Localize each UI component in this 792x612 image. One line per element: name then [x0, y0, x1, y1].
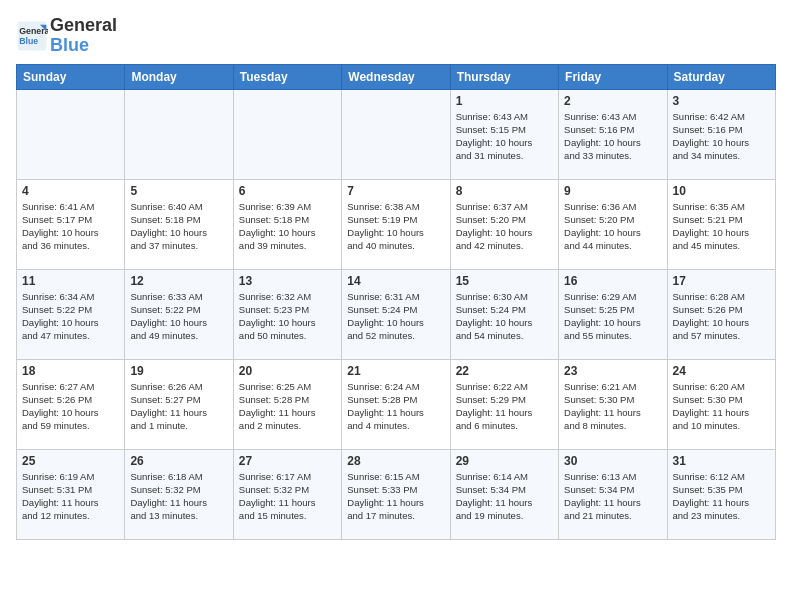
- calendar-cell: 21Sunrise: 6:24 AM Sunset: 5:28 PM Dayli…: [342, 359, 450, 449]
- day-number: 5: [130, 184, 227, 198]
- calendar-cell: [125, 89, 233, 179]
- cell-info: Sunrise: 6:26 AM Sunset: 5:27 PM Dayligh…: [130, 380, 227, 433]
- calendar-cell: 27Sunrise: 6:17 AM Sunset: 5:32 PM Dayli…: [233, 449, 341, 539]
- cell-info: Sunrise: 6:40 AM Sunset: 5:18 PM Dayligh…: [130, 200, 227, 253]
- calendar-cell: 13Sunrise: 6:32 AM Sunset: 5:23 PM Dayli…: [233, 269, 341, 359]
- week-row-1: 1Sunrise: 6:43 AM Sunset: 5:15 PM Daylig…: [17, 89, 776, 179]
- day-number: 16: [564, 274, 661, 288]
- day-number: 3: [673, 94, 770, 108]
- calendar-cell: 8Sunrise: 6:37 AM Sunset: 5:20 PM Daylig…: [450, 179, 558, 269]
- logo-icon: General Blue: [16, 20, 48, 52]
- week-row-2: 4Sunrise: 6:41 AM Sunset: 5:17 PM Daylig…: [17, 179, 776, 269]
- calendar-cell: 15Sunrise: 6:30 AM Sunset: 5:24 PM Dayli…: [450, 269, 558, 359]
- cell-info: Sunrise: 6:12 AM Sunset: 5:35 PM Dayligh…: [673, 470, 770, 523]
- cell-info: Sunrise: 6:28 AM Sunset: 5:26 PM Dayligh…: [673, 290, 770, 343]
- day-number: 18: [22, 364, 119, 378]
- cell-info: Sunrise: 6:33 AM Sunset: 5:22 PM Dayligh…: [130, 290, 227, 343]
- col-header-monday: Monday: [125, 64, 233, 89]
- day-number: 19: [130, 364, 227, 378]
- calendar-cell: 7Sunrise: 6:38 AM Sunset: 5:19 PM Daylig…: [342, 179, 450, 269]
- day-number: 20: [239, 364, 336, 378]
- calendar-cell: 4Sunrise: 6:41 AM Sunset: 5:17 PM Daylig…: [17, 179, 125, 269]
- calendar-cell: 30Sunrise: 6:13 AM Sunset: 5:34 PM Dayli…: [559, 449, 667, 539]
- day-number: 4: [22, 184, 119, 198]
- calendar-cell: 14Sunrise: 6:31 AM Sunset: 5:24 PM Dayli…: [342, 269, 450, 359]
- calendar-cell: 16Sunrise: 6:29 AM Sunset: 5:25 PM Dayli…: [559, 269, 667, 359]
- logo: General Blue General Blue: [16, 16, 117, 56]
- calendar-cell: [233, 89, 341, 179]
- day-number: 28: [347, 454, 444, 468]
- cell-info: Sunrise: 6:14 AM Sunset: 5:34 PM Dayligh…: [456, 470, 553, 523]
- calendar-cell: 3Sunrise: 6:42 AM Sunset: 5:16 PM Daylig…: [667, 89, 775, 179]
- cell-info: Sunrise: 6:15 AM Sunset: 5:33 PM Dayligh…: [347, 470, 444, 523]
- col-header-sunday: Sunday: [17, 64, 125, 89]
- calendar-cell: 20Sunrise: 6:25 AM Sunset: 5:28 PM Dayli…: [233, 359, 341, 449]
- cell-info: Sunrise: 6:35 AM Sunset: 5:21 PM Dayligh…: [673, 200, 770, 253]
- day-number: 8: [456, 184, 553, 198]
- calendar-table: SundayMondayTuesdayWednesdayThursdayFrid…: [16, 64, 776, 540]
- cell-info: Sunrise: 6:32 AM Sunset: 5:23 PM Dayligh…: [239, 290, 336, 343]
- cell-info: Sunrise: 6:17 AM Sunset: 5:32 PM Dayligh…: [239, 470, 336, 523]
- calendar-cell: 12Sunrise: 6:33 AM Sunset: 5:22 PM Dayli…: [125, 269, 233, 359]
- calendar-header-row: SundayMondayTuesdayWednesdayThursdayFrid…: [17, 64, 776, 89]
- col-header-tuesday: Tuesday: [233, 64, 341, 89]
- week-row-5: 25Sunrise: 6:19 AM Sunset: 5:31 PM Dayli…: [17, 449, 776, 539]
- day-number: 15: [456, 274, 553, 288]
- calendar-cell: 10Sunrise: 6:35 AM Sunset: 5:21 PM Dayli…: [667, 179, 775, 269]
- cell-info: Sunrise: 6:42 AM Sunset: 5:16 PM Dayligh…: [673, 110, 770, 163]
- cell-info: Sunrise: 6:41 AM Sunset: 5:17 PM Dayligh…: [22, 200, 119, 253]
- cell-info: Sunrise: 6:27 AM Sunset: 5:26 PM Dayligh…: [22, 380, 119, 433]
- calendar-cell: 1Sunrise: 6:43 AM Sunset: 5:15 PM Daylig…: [450, 89, 558, 179]
- calendar-cell: 2Sunrise: 6:43 AM Sunset: 5:16 PM Daylig…: [559, 89, 667, 179]
- logo-text: General Blue: [50, 16, 117, 56]
- cell-info: Sunrise: 6:38 AM Sunset: 5:19 PM Dayligh…: [347, 200, 444, 253]
- col-header-saturday: Saturday: [667, 64, 775, 89]
- day-number: 22: [456, 364, 553, 378]
- cell-info: Sunrise: 6:21 AM Sunset: 5:30 PM Dayligh…: [564, 380, 661, 433]
- calendar-cell: [17, 89, 125, 179]
- day-number: 26: [130, 454, 227, 468]
- day-number: 14: [347, 274, 444, 288]
- day-number: 30: [564, 454, 661, 468]
- cell-info: Sunrise: 6:31 AM Sunset: 5:24 PM Dayligh…: [347, 290, 444, 343]
- cell-info: Sunrise: 6:34 AM Sunset: 5:22 PM Dayligh…: [22, 290, 119, 343]
- day-number: 1: [456, 94, 553, 108]
- calendar-cell: 29Sunrise: 6:14 AM Sunset: 5:34 PM Dayli…: [450, 449, 558, 539]
- col-header-friday: Friday: [559, 64, 667, 89]
- day-number: 21: [347, 364, 444, 378]
- day-number: 2: [564, 94, 661, 108]
- week-row-4: 18Sunrise: 6:27 AM Sunset: 5:26 PM Dayli…: [17, 359, 776, 449]
- calendar-cell: 23Sunrise: 6:21 AM Sunset: 5:30 PM Dayli…: [559, 359, 667, 449]
- cell-info: Sunrise: 6:24 AM Sunset: 5:28 PM Dayligh…: [347, 380, 444, 433]
- calendar-cell: 19Sunrise: 6:26 AM Sunset: 5:27 PM Dayli…: [125, 359, 233, 449]
- day-number: 13: [239, 274, 336, 288]
- calendar-cell: 22Sunrise: 6:22 AM Sunset: 5:29 PM Dayli…: [450, 359, 558, 449]
- col-header-thursday: Thursday: [450, 64, 558, 89]
- calendar-cell: 9Sunrise: 6:36 AM Sunset: 5:20 PM Daylig…: [559, 179, 667, 269]
- cell-info: Sunrise: 6:36 AM Sunset: 5:20 PM Dayligh…: [564, 200, 661, 253]
- day-number: 7: [347, 184, 444, 198]
- svg-text:Blue: Blue: [19, 36, 38, 46]
- day-number: 17: [673, 274, 770, 288]
- day-number: 24: [673, 364, 770, 378]
- cell-info: Sunrise: 6:43 AM Sunset: 5:16 PM Dayligh…: [564, 110, 661, 163]
- calendar-cell: 28Sunrise: 6:15 AM Sunset: 5:33 PM Dayli…: [342, 449, 450, 539]
- page-header: General Blue General Blue: [16, 16, 776, 56]
- day-number: 23: [564, 364, 661, 378]
- calendar-cell: 6Sunrise: 6:39 AM Sunset: 5:18 PM Daylig…: [233, 179, 341, 269]
- cell-info: Sunrise: 6:43 AM Sunset: 5:15 PM Dayligh…: [456, 110, 553, 163]
- day-number: 10: [673, 184, 770, 198]
- cell-info: Sunrise: 6:39 AM Sunset: 5:18 PM Dayligh…: [239, 200, 336, 253]
- day-number: 6: [239, 184, 336, 198]
- day-number: 27: [239, 454, 336, 468]
- day-number: 11: [22, 274, 119, 288]
- day-number: 12: [130, 274, 227, 288]
- calendar-cell: 31Sunrise: 6:12 AM Sunset: 5:35 PM Dayli…: [667, 449, 775, 539]
- calendar-cell: 25Sunrise: 6:19 AM Sunset: 5:31 PM Dayli…: [17, 449, 125, 539]
- week-row-3: 11Sunrise: 6:34 AM Sunset: 5:22 PM Dayli…: [17, 269, 776, 359]
- day-number: 25: [22, 454, 119, 468]
- cell-info: Sunrise: 6:13 AM Sunset: 5:34 PM Dayligh…: [564, 470, 661, 523]
- cell-info: Sunrise: 6:20 AM Sunset: 5:30 PM Dayligh…: [673, 380, 770, 433]
- cell-info: Sunrise: 6:30 AM Sunset: 5:24 PM Dayligh…: [456, 290, 553, 343]
- cell-info: Sunrise: 6:19 AM Sunset: 5:31 PM Dayligh…: [22, 470, 119, 523]
